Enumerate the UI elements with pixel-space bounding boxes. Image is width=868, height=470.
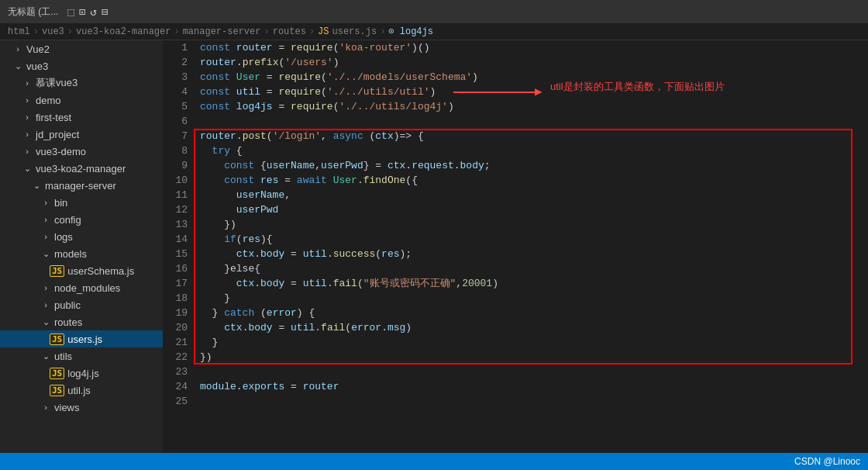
code-line-7: router.post('/login', async (ctx)=> { — [200, 129, 868, 143]
chevron-down-icon — [22, 164, 33, 174]
sidebar-item-label: jd_project — [36, 129, 79, 140]
chevron-right-icon — [40, 300, 51, 309]
new-folder-icon[interactable]: ⊡ — [79, 5, 85, 19]
line-numbers: 1 2 3 4 5 6 7 8 9 10 11 12 13 14 15 16 1… — [163, 40, 194, 453]
sidebar: Vue2 vue3 慕课vue3 demo first-test jd_proj… — [0, 40, 163, 453]
code-line-11: userName, — [200, 188, 868, 202]
sidebar-item-mukevue3[interactable]: 慕课vue3 — [0, 74, 163, 92]
sidebar-item-label: public — [54, 299, 81, 311]
code-line-1: const router = require('koa-router')() — [200, 40, 868, 55]
sidebar-item-models[interactable]: models — [0, 245, 163, 262]
bottom-bar-text: CSDN @Linooc — [794, 456, 860, 467]
js-file-icon: JS — [50, 333, 64, 345]
code-line-18: } — [200, 291, 868, 306]
sidebar-item-userschema[interactable]: JS userSchema.js — [0, 262, 163, 279]
breadcrumb-users-js[interactable]: users.js — [332, 26, 377, 37]
sidebar-item-label: vue3 — [26, 60, 48, 72]
refresh-icon[interactable]: ↺ — [90, 5, 96, 19]
sidebar-item-label: userSchema.js — [67, 265, 134, 277]
sidebar-item-demo[interactable]: demo — [0, 92, 163, 109]
code-content: const router = require('koa-router')() r… — [194, 40, 868, 453]
sidebar-item-log4j[interactable]: JS log4j.js — [0, 365, 163, 382]
bottom-bar: CSDN @Linooc — [0, 453, 868, 470]
sidebar-item-label: first-test — [36, 112, 71, 123]
sidebar-item-logs[interactable]: logs — [0, 228, 163, 245]
code-line-8: try { — [200, 143, 868, 158]
titlebar: 无标题 (工... ⬚ ⊡ ↺ ⊟ — [0, 0, 868, 23]
annotation-arrow — [453, 92, 539, 93]
code-line-24: module.exports = router — [200, 379, 868, 394]
js-file-icon: JS — [50, 265, 64, 277]
breadcrumb-routes[interactable]: routes — [273, 26, 306, 37]
sidebar-item-label: views — [54, 402, 80, 413]
code-line-19: } catch (error) { — [200, 306, 868, 320]
code-line-17: ctx.body = util.fail("账号或密码不正确",20001) — [200, 276, 868, 291]
sidebar-item-first-test[interactable]: first-test — [0, 109, 163, 126]
sidebar-item-bin[interactable]: bin — [0, 194, 163, 211]
code-line-3: const User = require('./../models/userSc… — [200, 70, 868, 85]
sidebar-item-label: bin — [54, 197, 67, 209]
chevron-right-icon — [12, 44, 23, 54]
sidebar-item-label: logs — [54, 231, 73, 243]
sidebar-item-vue2[interactable]: Vue2 — [0, 40, 163, 57]
sidebar-item-users-js[interactable]: JS users.js — [0, 330, 163, 347]
sidebar-item-utils[interactable]: utils — [0, 347, 163, 365]
annotation-arrowhead: ▶ — [535, 85, 542, 100]
sidebar-item-label: routes — [54, 316, 82, 328]
breadcrumb-html[interactable]: html — [8, 26, 30, 37]
breadcrumb-vue3[interactable]: vue3 — [42, 26, 64, 37]
sidebar-item-manager-server[interactable]: manager-server — [0, 177, 163, 194]
sidebar-item-label: vue3-demo — [36, 146, 86, 157]
breadcrumb-log4js[interactable]: ⊙ log4js — [388, 26, 433, 37]
chevron-right-icon — [22, 112, 33, 122]
titlebar-title: 无标题 (工... — [8, 5, 58, 19]
sidebar-item-util-js[interactable]: JS util.js — [0, 382, 163, 399]
sidebar-item-label: 慕课vue3 — [36, 76, 78, 90]
sidebar-item-label: util.js — [67, 385, 91, 396]
code-line-2: router.prefix('/users') — [200, 55, 868, 70]
sidebar-item-config[interactable]: config — [0, 211, 163, 228]
code-line-5: const log4js = require('./../utils/log4j… — [200, 99, 868, 114]
sidebar-item-label: vue3-koa2-manager — [36, 163, 126, 175]
code-line-25 — [200, 394, 868, 409]
sidebar-item-label: demo — [36, 95, 61, 106]
sidebar-item-label: users.js — [67, 333, 102, 345]
chevron-down-icon — [40, 249, 51, 259]
chevron-right-icon — [22, 130, 33, 139]
sidebar-item-vue3-koa2-manager[interactable]: vue3-koa2-manager — [0, 160, 163, 177]
sidebar-item-vue3[interactable]: vue3 — [0, 57, 163, 74]
chevron-right-icon — [40, 232, 51, 241]
sidebar-item-vue3-demo[interactable]: vue3-demo — [0, 143, 163, 160]
code-line-22: }) — [200, 350, 868, 365]
code-line-12: userPwd — [200, 202, 868, 217]
sidebar-item-node-modules[interactable]: node_modules — [0, 279, 163, 296]
js-file-icon: JS — [50, 385, 64, 396]
sidebar-item-label: node_modules — [54, 282, 120, 294]
sidebar-item-jd-project[interactable]: jd_project — [0, 126, 163, 143]
js-file-icon: JS — [50, 368, 64, 379]
sidebar-item-label: models — [54, 248, 87, 260]
chevron-down-icon — [40, 317, 51, 327]
breadcrumb-manager-server[interactable]: manager-server — [183, 26, 261, 37]
chevron-right-icon — [22, 147, 33, 156]
chevron-right-icon — [22, 78, 33, 88]
code-line-20: ctx.body = util.fail(error.msg) — [200, 320, 868, 335]
chevron-right-icon — [40, 215, 51, 224]
sidebar-item-public[interactable]: public — [0, 296, 163, 313]
sidebar-item-label: config — [54, 214, 81, 226]
sidebar-item-views[interactable]: views — [0, 399, 163, 416]
code-line-15: ctx.body = util.success(res); — [200, 247, 868, 261]
chevron-down-icon — [31, 181, 42, 191]
code-line-14: if(res){ — [200, 232, 868, 247]
code-line-16: }else{ — [200, 261, 868, 276]
chevron-down-icon — [12, 61, 23, 71]
new-file-icon[interactable]: ⬚ — [67, 5, 74, 19]
code-line-13: }) — [200, 217, 868, 232]
main-container: Vue2 vue3 慕课vue3 demo first-test jd_proj… — [0, 40, 868, 453]
breadcrumb-vue3-koa2-manager[interactable]: vue3-koa2-manager — [76, 26, 170, 37]
collapse-icon[interactable]: ⊟ — [102, 5, 108, 19]
titlebar-icons: ⬚ ⊡ ↺ ⊟ — [67, 5, 108, 19]
chevron-down-icon — [40, 351, 51, 361]
sidebar-item-routes[interactable]: routes — [0, 313, 163, 330]
code-line-10: const res = await User.findOne({ — [200, 173, 868, 188]
